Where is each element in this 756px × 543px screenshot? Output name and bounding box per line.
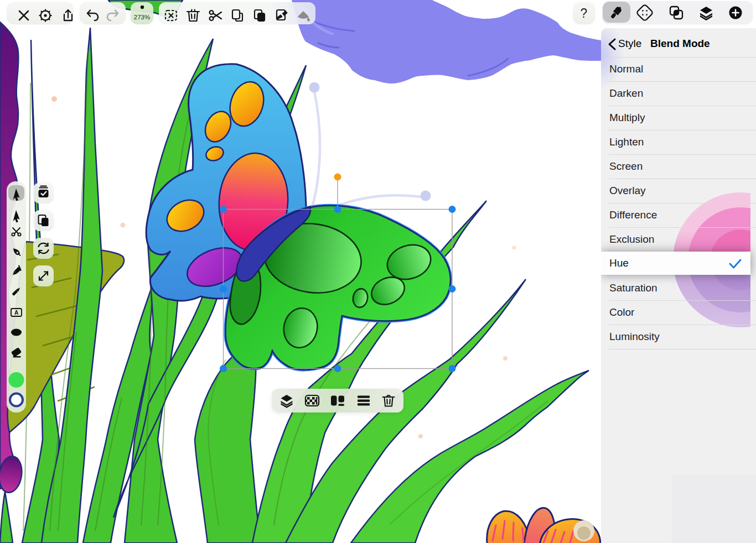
svg-text:A: A [14,310,18,316]
svg-text:273%: 273% [134,14,150,20]
